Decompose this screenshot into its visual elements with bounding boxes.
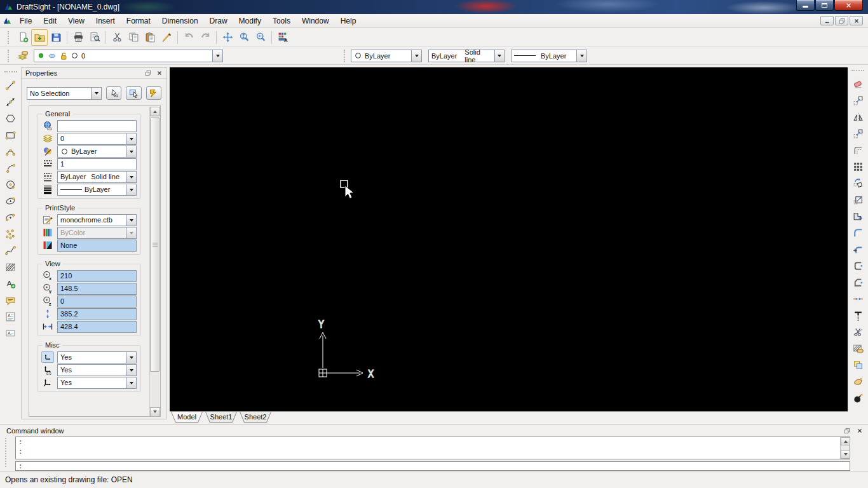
color-toolbar-grip[interactable] <box>344 50 347 62</box>
linestyle-field[interactable]: ByLayerSolid line <box>57 171 126 183</box>
ucs-icon-field[interactable]: Yes <box>57 351 126 363</box>
command-float-button[interactable] <box>843 426 851 435</box>
save-button[interactable] <box>48 29 64 46</box>
cut-button[interactable] <box>109 29 125 46</box>
view-height-field[interactable]: 385.2 <box>57 308 137 320</box>
copy-button[interactable] <box>125 29 142 46</box>
menu-edit[interactable]: Edit <box>37 15 62 27</box>
arc-3point-button[interactable] <box>5 146 17 156</box>
pattern-button[interactable] <box>852 161 864 172</box>
selection-combo[interactable]: No Selection <box>27 87 102 100</box>
ucs-origin-field[interactable]: Yes <box>57 364 126 376</box>
linetype-scale-field[interactable]: 1 <box>57 158 137 170</box>
infinite-line-button[interactable] <box>5 97 17 107</box>
annotation-button[interactable]: A <box>5 278 17 288</box>
print-preview-button[interactable] <box>86 29 103 46</box>
trim-button[interactable] <box>852 294 864 304</box>
print-button[interactable] <box>70 29 86 46</box>
polygon-button[interactable] <box>5 113 17 123</box>
command-input[interactable]: : <box>15 461 850 471</box>
ucs-origin-dropdown[interactable] <box>126 364 137 376</box>
menu-tools[interactable]: Tools <box>267 15 296 27</box>
zoom-back-button[interactable] <box>252 29 269 46</box>
properties-close-button[interactable] <box>155 69 164 78</box>
command-scroll-down[interactable] <box>841 451 850 459</box>
hyperlink-field[interactable] <box>57 120 137 132</box>
printstyle-table-field[interactable]: None <box>57 240 137 252</box>
title-bar[interactable]: DraftSight - [NONAME_0.dwg] <box>0 0 868 14</box>
redo-button[interactable] <box>197 29 214 46</box>
explode-button[interactable] <box>852 393 864 403</box>
drawing-canvas[interactable]: Y X <box>170 67 848 411</box>
edit-hatch-button[interactable] <box>852 343 864 353</box>
undo-button[interactable] <box>180 29 197 46</box>
line-style-dropdown[interactable] <box>494 50 504 62</box>
move-button[interactable] <box>852 128 864 139</box>
rotate-button[interactable] <box>852 178 864 188</box>
maximize-button[interactable] <box>815 0 834 11</box>
menu-help[interactable]: Help <box>335 15 362 27</box>
point-multiple-button[interactable] <box>5 229 17 239</box>
fillet-plus-button[interactable] <box>852 244 864 254</box>
command-window-header[interactable]: Command window <box>0 425 868 435</box>
spline-button[interactable] <box>5 245 17 255</box>
arc-center-button[interactable] <box>5 163 17 173</box>
circle-button[interactable] <box>5 179 17 189</box>
view-width-field[interactable]: 428.4 <box>57 321 137 333</box>
ellipse-arc-button[interactable] <box>5 212 17 222</box>
menu-window[interactable]: Window <box>296 15 335 27</box>
menu-insert[interactable]: Insert <box>90 15 121 27</box>
paste-button[interactable] <box>142 29 158 46</box>
offset-button[interactable] <box>852 145 864 155</box>
menu-dimension[interactable]: Dimension <box>156 15 204 27</box>
command-history-scrollbar[interactable] <box>840 437 850 459</box>
toolbar-grip[interactable] <box>8 31 11 44</box>
format-painter-button[interactable] <box>158 29 175 46</box>
tab-sheet1[interactable]: Sheet1 <box>205 412 237 423</box>
layer-combo[interactable]: 0 <box>34 50 223 62</box>
edit-grips-button[interactable] <box>852 376 864 386</box>
power-trim-button[interactable] <box>852 310 864 320</box>
properties-header[interactable]: Properties <box>22 68 166 79</box>
ucs-views-dropdown[interactable] <box>126 377 137 389</box>
printstyle-field[interactable]: monochrome.ctb <box>57 214 126 226</box>
view-z-field[interactable]: 0 <box>57 295 137 308</box>
components-button[interactable] <box>852 360 864 370</box>
command-history[interactable]: :: <box>15 437 850 459</box>
view-y-field[interactable]: 148.5 <box>57 283 137 295</box>
command-close-button[interactable] <box>855 426 864 435</box>
minimize-button[interactable] <box>796 0 815 11</box>
menu-file[interactable]: File <box>14 15 37 27</box>
note-button[interactable] <box>5 295 17 305</box>
layers-manager-button[interactable]: A <box>275 29 291 46</box>
layer-field[interactable]: 0 <box>57 133 126 145</box>
mirror-button[interactable] <box>852 112 864 122</box>
menu-draw[interactable]: Draw <box>204 15 233 27</box>
properties-float-button[interactable] <box>144 69 153 78</box>
select-entities-button[interactable] <box>106 86 121 100</box>
scroll-thumb[interactable] <box>150 118 159 372</box>
command-scroll-up[interactable] <box>841 437 850 445</box>
line-style-combo[interactable]: ByLayer Solid line <box>428 50 505 62</box>
split-button[interactable] <box>852 327 864 337</box>
tab-sheet2[interactable]: Sheet2 <box>240 412 271 423</box>
chamfer-button[interactable] <box>852 261 864 271</box>
menu-modify[interactable]: Modify <box>233 15 267 27</box>
color-field-dropdown[interactable] <box>126 146 137 158</box>
line-weight-combo[interactable]: ByLayer <box>511 50 587 62</box>
zoom-dynamic-button[interactable] <box>236 29 252 46</box>
copy-entity-button[interactable] <box>852 95 864 105</box>
layer-toolbar-grip[interactable] <box>8 50 11 62</box>
scale-button[interactable] <box>852 194 864 205</box>
fillet-button[interactable] <box>852 227 864 238</box>
printstyle-dropdown[interactable] <box>126 214 137 226</box>
command-window-grip[interactable] <box>5 438 6 467</box>
menu-format[interactable]: Format <box>121 15 156 27</box>
select-window-button[interactable] <box>126 86 141 100</box>
view-x-field[interactable]: 210 <box>57 270 137 282</box>
lineweight-field[interactable]: ByLayer <box>57 184 126 196</box>
chamfer-edge-button[interactable] <box>852 277 864 287</box>
close-button[interactable] <box>834 0 863 11</box>
scroll-up-button[interactable] <box>150 107 160 116</box>
hatch-button[interactable] <box>5 262 17 272</box>
